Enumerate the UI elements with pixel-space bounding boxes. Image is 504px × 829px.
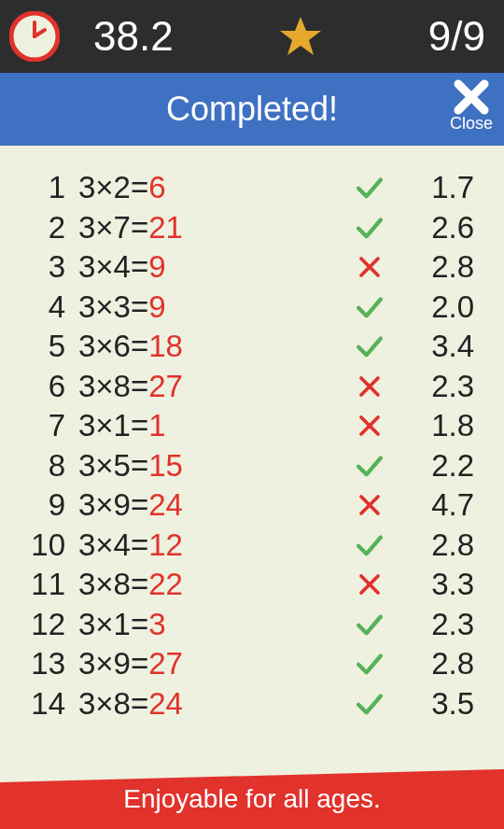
- equation-answer: 24: [148, 487, 183, 522]
- row-equation: 3×1=1: [78, 408, 347, 443]
- row-equation: 3×8=24: [78, 686, 347, 722]
- row-time: 1.7: [407, 170, 474, 205]
- completed-title: Completed!: [166, 90, 338, 129]
- promo-banner[interactable]: Enjoyable for all ages.: [0, 769, 504, 829]
- row-time: 2.6: [407, 210, 474, 246]
- row-time: 3.5: [407, 686, 474, 722]
- row-index: 14: [22, 686, 65, 722]
- cross-icon: [347, 253, 392, 281]
- row-equation: 3×8=22: [78, 567, 347, 602]
- check-icon: [347, 172, 392, 204]
- row-equation: 3×4=12: [78, 527, 347, 563]
- result-row: 133×9=272.8: [22, 644, 474, 684]
- row-index: 8: [22, 448, 65, 484]
- result-row: 63×8=272.3: [22, 367, 474, 407]
- equation-answer: 1: [148, 408, 165, 443]
- equation-answer: 24: [148, 686, 183, 721]
- row-index: 6: [22, 369, 65, 404]
- row-equation: 3×7=21: [78, 210, 347, 246]
- row-equation: 3×9=24: [78, 487, 347, 523]
- result-row: 123×1=32.3: [22, 605, 474, 645]
- result-row: 113×8=223.3: [22, 565, 474, 605]
- row-index: 7: [22, 408, 65, 443]
- row-equation: 3×9=27: [78, 646, 347, 681]
- equation-answer: 22: [148, 567, 183, 601]
- row-time: 2.8: [407, 249, 474, 285]
- equation-answer: 27: [148, 369, 183, 403]
- row-index: 5: [22, 329, 65, 364]
- elapsed-time: 38.2: [93, 13, 174, 60]
- promo-text: Enjoyable for all ages.: [123, 784, 381, 814]
- equation-lhs: 3×1=: [78, 607, 148, 641]
- equation-lhs: 3×9=: [78, 487, 148, 522]
- row-time: 3.4: [407, 329, 474, 364]
- equation-answer: 18: [148, 329, 183, 363]
- clock-icon: [9, 11, 60, 62]
- result-row: 43×3=92.0: [22, 288, 474, 328]
- row-index: 12: [22, 607, 65, 642]
- result-row: 83×5=152.2: [22, 446, 474, 486]
- completed-header: Completed! Close: [0, 73, 504, 146]
- equation-lhs: 3×5=: [78, 448, 148, 483]
- cross-icon: [347, 412, 392, 440]
- equation-lhs: 3×4=: [78, 527, 148, 562]
- row-time: 3.3: [407, 567, 474, 602]
- close-label: Close: [450, 114, 493, 133]
- row-time: 2.3: [407, 369, 474, 404]
- row-equation: 3×5=15: [78, 448, 347, 484]
- row-index: 1: [22, 170, 65, 205]
- equation-lhs: 3×7=: [78, 210, 148, 245]
- equation-lhs: 3×8=: [78, 567, 148, 601]
- row-index: 11: [22, 567, 65, 602]
- row-time: 4.7: [407, 487, 474, 523]
- row-index: 3: [22, 249, 65, 285]
- results-list: 13×2=61.723×7=212.633×4=92.843×3=92.053×…: [0, 146, 504, 769]
- result-row: 33×4=92.8: [22, 247, 474, 288]
- row-equation: 3×8=27: [78, 369, 347, 404]
- row-index: 9: [22, 487, 65, 523]
- equation-lhs: 3×1=: [78, 408, 148, 443]
- result-row: 73×1=11.8: [22, 406, 474, 446]
- result-row: 143×8=243.5: [22, 684, 474, 724]
- row-index: 13: [22, 646, 65, 681]
- equation-answer: 9: [148, 249, 165, 284]
- row-equation: 3×3=9: [78, 289, 347, 325]
- row-equation: 3×2=6: [78, 170, 347, 205]
- check-icon: [347, 291, 392, 323]
- check-icon: [347, 212, 392, 244]
- result-row: 93×9=244.7: [22, 485, 474, 526]
- row-equation: 3×4=9: [78, 249, 347, 285]
- row-time: 2.8: [407, 646, 474, 681]
- equation-lhs: 3×8=: [78, 686, 148, 721]
- equation-answer: 27: [148, 646, 183, 681]
- equation-lhs: 3×6=: [78, 329, 148, 363]
- equation-lhs: 3×8=: [78, 369, 148, 403]
- equation-answer: 3: [148, 607, 165, 641]
- check-icon: [347, 330, 392, 362]
- cross-icon: [347, 491, 392, 519]
- row-index: 2: [22, 210, 65, 246]
- check-icon: [347, 609, 392, 640]
- result-row: 53×6=183.4: [22, 327, 474, 367]
- check-icon: [347, 529, 392, 561]
- row-time: 2.8: [407, 527, 474, 563]
- row-time: 2.2: [407, 448, 474, 484]
- check-icon: [347, 688, 392, 720]
- check-icon: [347, 648, 392, 680]
- equation-answer: 15: [148, 448, 183, 483]
- equation-lhs: 3×9=: [78, 646, 148, 681]
- equation-lhs: 3×2=: [78, 170, 148, 204]
- close-icon: [453, 78, 490, 116]
- row-index: 10: [22, 527, 65, 563]
- equation-answer: 21: [148, 210, 183, 245]
- star-icon: [174, 14, 428, 59]
- row-time: 2.3: [407, 607, 474, 642]
- cross-icon: [347, 372, 392, 400]
- row-equation: 3×1=3: [78, 607, 347, 642]
- equation-lhs: 3×4=: [78, 249, 148, 284]
- close-button[interactable]: Close: [450, 78, 493, 133]
- check-icon: [347, 450, 392, 482]
- result-row: 23×7=212.6: [22, 208, 474, 248]
- score-counter: 9/9: [428, 13, 485, 60]
- row-index: 4: [22, 289, 65, 325]
